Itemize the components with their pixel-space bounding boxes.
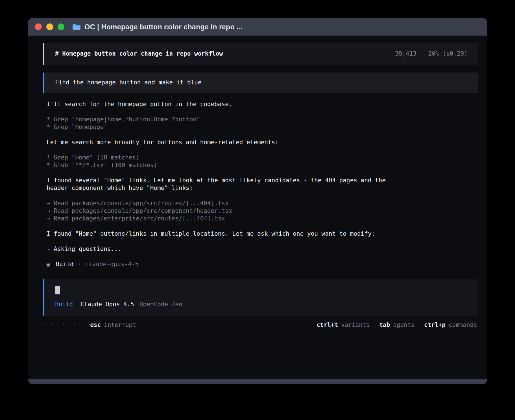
agent-model: claude-opus-4-5 — [85, 261, 139, 268]
traffic-lights — [35, 23, 64, 30]
interrupt-label: interrupt — [104, 321, 136, 328]
folder-icon — [72, 23, 80, 30]
tool-call-grep: * Grep "Home" (18 matches) — [47, 154, 478, 161]
tool-call-read: → Read packages/console/app/src/routes/[… — [47, 200, 478, 207]
tool-call-group: * Grep "homepage|home.*button|Home.*butt… — [47, 116, 478, 131]
asking-questions-status: ~ Asking questions... — [47, 245, 404, 253]
interrupt-hint: escinterrupt — [90, 321, 136, 329]
model-label: Claude Opus 4.5 — [80, 301, 134, 308]
tool-call-grep: * Grep "Homepage" — [47, 123, 478, 131]
assistant-paragraph: I'll search for the homepage button in t… — [47, 100, 404, 108]
ctrl-p-key-hint: ctrl+p — [424, 321, 446, 328]
tool-call-grep: * Grep "homepage|home.*button|Home.*butt… — [47, 116, 478, 123]
minimize-button[interactable] — [46, 23, 53, 30]
agents-hint: tabagents — [379, 321, 414, 329]
conversation-scroll-area[interactable]: I'll search for the homepage button in t… — [47, 93, 478, 268]
prompt-input[interactable]: Build Claude Opus 4.5 OpenCode Zen — [43, 279, 478, 316]
window-title: OC | Homepage button color change in rep… — [84, 23, 243, 31]
tool-call-group: * Grep "Home" (18 matches) * Glob "**/*.… — [47, 154, 478, 169]
text-cursor — [55, 286, 60, 294]
close-button[interactable] — [35, 23, 42, 30]
window-bottom-edge — [28, 379, 487, 384]
agents-label: agents — [393, 321, 414, 328]
status-bar-right: ctrl+tvariants tabagents ctrl+pcommands — [317, 321, 477, 329]
commands-label: commands — [449, 321, 477, 328]
provider-label: OpenCode Zen — [139, 301, 182, 308]
agent-icon: ▣ — [47, 261, 50, 268]
assistant-paragraph: I found several "Home" links. Let me loo… — [47, 177, 404, 192]
session-title: # Homepage button color change in repo w… — [55, 50, 223, 58]
session-stats: 39,413 20% ($0.29) — [395, 50, 468, 58]
desktop-background: OC | Homepage button color change in rep… — [0, 0, 515, 420]
esc-key-hint: esc — [90, 321, 101, 328]
commands-hint: ctrl+pcommands — [424, 321, 477, 329]
agent-mode-label: Build — [55, 301, 73, 308]
activity-dots: ········ — [40, 321, 84, 329]
input-meta-row: Build Claude Opus 4.5 OpenCode Zen — [55, 301, 468, 308]
zoom-button[interactable] — [58, 23, 64, 30]
variants-hint: ctrl+tvariants — [317, 321, 370, 329]
tab-key-hint: tab — [379, 321, 390, 328]
user-message-text: Find the homepage button and make it blu… — [55, 79, 201, 86]
tool-call-glob: * Glob "**/*.tsx" (100 matches) — [47, 161, 478, 169]
ctrl-t-key-hint: ctrl+t — [317, 321, 338, 328]
status-bar-left: ········ escinterrupt — [40, 321, 136, 329]
terminal-content: # Homepage button color change in repo w… — [28, 36, 487, 379]
token-count: 39,413 — [395, 50, 416, 58]
agent-separator: · — [78, 261, 81, 268]
session-header: # Homepage button color change in repo w… — [43, 43, 478, 65]
tool-call-group: → Read packages/console/app/src/routes/[… — [47, 200, 478, 222]
variants-label: variants — [341, 321, 370, 328]
tool-call-read: → Read packages/enterprise/src/routes/[.… — [47, 215, 478, 222]
window-titlebar: OC | Homepage button color change in rep… — [28, 18, 487, 36]
user-message: Find the homepage button and make it blu… — [43, 73, 478, 93]
tool-call-read: → Read packages/console/app/src/componen… — [47, 207, 478, 215]
context-usage: 20% ($0.29) — [428, 50, 468, 58]
assistant-paragraph: I found "Home" buttons/links in multiple… — [47, 230, 404, 238]
terminal-window: OC | Homepage button color change in rep… — [28, 18, 487, 384]
agent-status-row: ▣ Build · claude-opus-4-5 — [47, 261, 478, 268]
status-bar: ········ escinterrupt ctrl+tvariants tab… — [40, 321, 477, 329]
agent-name: Build — [56, 261, 73, 268]
assistant-paragraph: Let me search more broadly for buttons a… — [47, 139, 404, 146]
